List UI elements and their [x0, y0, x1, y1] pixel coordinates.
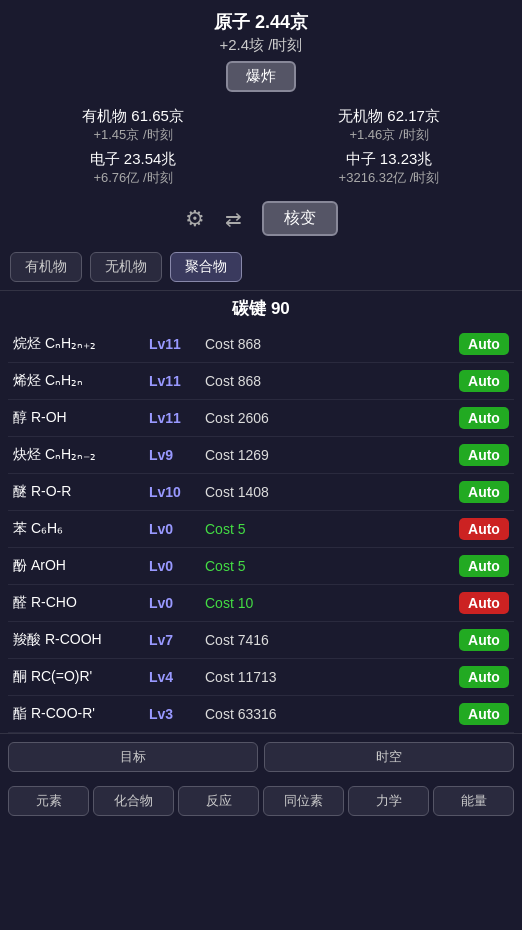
electron-rate: +6.76亿 /时刻: [10, 169, 256, 187]
item-name: 苯 C₆H₆: [13, 520, 143, 538]
auto-button[interactable]: Auto: [459, 518, 509, 540]
item-level: Lv0: [149, 558, 199, 574]
item-name: 烷烃 CₙH₂ₙ₊₂: [13, 335, 143, 353]
list-item[interactable]: 醇 R-OHLv11Cost 2606Auto: [8, 400, 514, 437]
item-name: 炔烃 CₙH₂ₙ₋₂: [13, 446, 143, 464]
item-cost: Cost 1408: [205, 484, 453, 500]
auto-button[interactable]: Auto: [459, 407, 509, 429]
auto-button[interactable]: Auto: [459, 481, 509, 503]
neutron-label: 中子 13.23兆: [266, 150, 512, 169]
gear-icon[interactable]: ⚙: [185, 206, 205, 232]
inorganic-label: 无机物 62.17京: [266, 107, 512, 126]
item-name: 酯 R-COO-R': [13, 705, 143, 723]
organic-stat: 有机物 61.65京 +1.45京 /时刻: [10, 105, 256, 146]
auto-button[interactable]: Auto: [459, 333, 509, 355]
list-item[interactable]: 醛 R-CHOLv0Cost 10Auto: [8, 585, 514, 622]
organic-rate: +1.45京 /时刻: [10, 126, 256, 144]
item-cost: Cost 11713: [205, 669, 453, 685]
list-item[interactable]: 炔烃 CₙH₂ₙ₋₂Lv9Cost 1269Auto: [8, 437, 514, 474]
item-cost: Cost 10: [205, 595, 453, 611]
auto-button[interactable]: Auto: [459, 592, 509, 614]
auto-button[interactable]: Auto: [459, 370, 509, 392]
items-list: 烷烃 CₙH₂ₙ₊₂Lv11Cost 868Auto烯烃 CₙH₂ₙLv11Co…: [0, 326, 522, 733]
auto-button[interactable]: Auto: [459, 555, 509, 577]
item-name: 烯烃 CₙH₂ₙ: [13, 372, 143, 390]
explode-button[interactable]: 爆炸: [226, 61, 296, 92]
tab-target[interactable]: 目标: [8, 742, 258, 772]
tab-spacetime[interactable]: 时空: [264, 742, 514, 772]
shuffle-icon[interactable]: ⇄: [225, 207, 242, 231]
tab-mechanics[interactable]: 力学: [348, 786, 429, 816]
electron-label: 电子 23.54兆: [10, 150, 256, 169]
tab-reaction[interactable]: 反应: [178, 786, 259, 816]
item-level: Lv0: [149, 521, 199, 537]
tab-compound[interactable]: 化合物: [93, 786, 174, 816]
item-level: Lv3: [149, 706, 199, 722]
item-level: Lv11: [149, 336, 199, 352]
tab-organic[interactable]: 有机物: [10, 252, 82, 282]
controls-row: ⚙ ⇄ 核变: [0, 193, 522, 244]
list-item[interactable]: 醚 R-O-RLv10Cost 1408Auto: [8, 474, 514, 511]
item-cost: Cost 868: [205, 336, 453, 352]
item-level: Lv11: [149, 373, 199, 389]
inorganic-rate: +1.46京 /时刻: [266, 126, 512, 144]
main-tabs: 有机物 无机物 聚合物: [0, 244, 522, 291]
atom-display: 原子 2.44京: [15, 10, 507, 34]
list-item[interactable]: 苯 C₆H₆Lv0Cost 5Auto: [8, 511, 514, 548]
item-cost: Cost 1269: [205, 447, 453, 463]
inorganic-stat: 无机物 62.17京 +1.46京 /时刻: [266, 105, 512, 146]
item-level: Lv9: [149, 447, 199, 463]
list-item[interactable]: 烯烃 CₙH₂ₙLv11Cost 868Auto: [8, 363, 514, 400]
nuclear-button[interactable]: 核变: [262, 201, 338, 236]
item-name: 羧酸 R-COOH: [13, 631, 143, 649]
list-item[interactable]: 酯 R-COO-R'Lv3Cost 63316Auto: [8, 696, 514, 733]
carbon-label: 碳键 90: [0, 291, 522, 326]
auto-button[interactable]: Auto: [459, 629, 509, 651]
auto-button[interactable]: Auto: [459, 666, 509, 688]
list-item[interactable]: 羧酸 R-COOHLv7Cost 7416Auto: [8, 622, 514, 659]
tab-isotope[interactable]: 同位素: [263, 786, 344, 816]
neutron-stat: 中子 13.23兆 +3216.32亿 /时刻: [266, 148, 512, 189]
tab-element[interactable]: 元素: [8, 786, 89, 816]
item-cost: Cost 7416: [205, 632, 453, 648]
header-section: 原子 2.44京 +2.4垓 /时刻 爆炸: [0, 0, 522, 101]
tab-energy[interactable]: 能量: [433, 786, 514, 816]
item-name: 醛 R-CHO: [13, 594, 143, 612]
item-name: 醚 R-O-R: [13, 483, 143, 501]
item-cost: Cost 5: [205, 558, 453, 574]
item-name: 醇 R-OH: [13, 409, 143, 427]
tab-polymer[interactable]: 聚合物: [170, 252, 242, 282]
item-cost: Cost 63316: [205, 706, 453, 722]
item-cost: Cost 2606: [205, 410, 453, 426]
atom-rate: +2.4垓 /时刻: [15, 36, 507, 55]
electron-stat: 电子 23.54兆 +6.76亿 /时刻: [10, 148, 256, 189]
item-cost: Cost 868: [205, 373, 453, 389]
bottom-tabs: 目标 时空: [0, 733, 522, 780]
item-level: Lv4: [149, 669, 199, 685]
item-cost: Cost 5: [205, 521, 453, 537]
auto-button[interactable]: Auto: [459, 444, 509, 466]
organic-label: 有机物 61.65京: [10, 107, 256, 126]
auto-button[interactable]: Auto: [459, 703, 509, 725]
list-item[interactable]: 烷烃 CₙH₂ₙ₊₂Lv11Cost 868Auto: [8, 326, 514, 363]
list-item[interactable]: 酮 RC(=O)R'Lv4Cost 11713Auto: [8, 659, 514, 696]
item-name: 酮 RC(=O)R': [13, 668, 143, 686]
item-level: Lv10: [149, 484, 199, 500]
neutron-rate: +3216.32亿 /时刻: [266, 169, 512, 187]
item-level: Lv7: [149, 632, 199, 648]
item-level: Lv0: [149, 595, 199, 611]
list-item[interactable]: 酚 ArOHLv0Cost 5Auto: [8, 548, 514, 585]
item-name: 酚 ArOH: [13, 557, 143, 575]
item-level: Lv11: [149, 410, 199, 426]
tab-inorganic[interactable]: 无机物: [90, 252, 162, 282]
footer-tabs: 元素 化合物 反应 同位素 力学 能量: [0, 780, 522, 826]
stats-section: 有机物 61.65京 +1.45京 /时刻 无机物 62.17京 +1.46京 …: [0, 101, 522, 193]
